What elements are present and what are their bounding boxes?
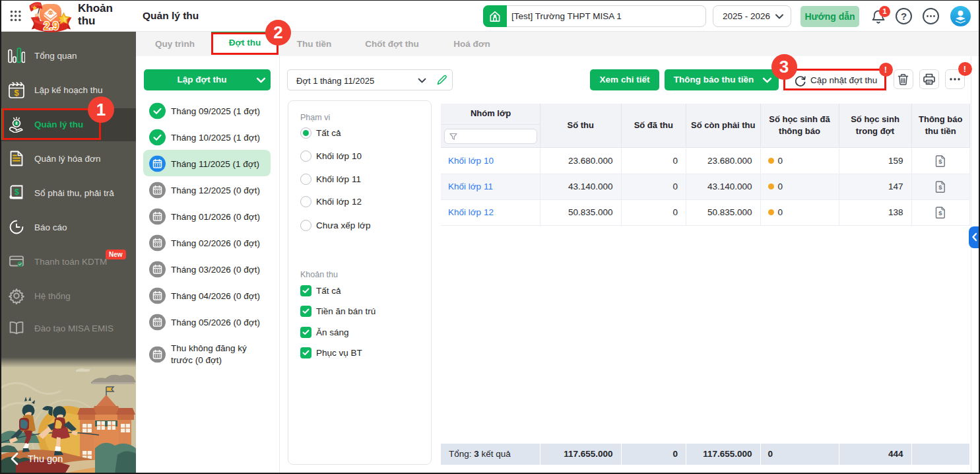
svg-text:$: $ [939, 184, 943, 191]
svg-text:2.9: 2.9 [44, 20, 59, 32]
svg-text:$: $ [15, 187, 19, 197]
svg-text:$: $ [939, 158, 943, 165]
svg-text:$: $ [14, 88, 19, 98]
svg-text:$: $ [939, 209, 943, 217]
